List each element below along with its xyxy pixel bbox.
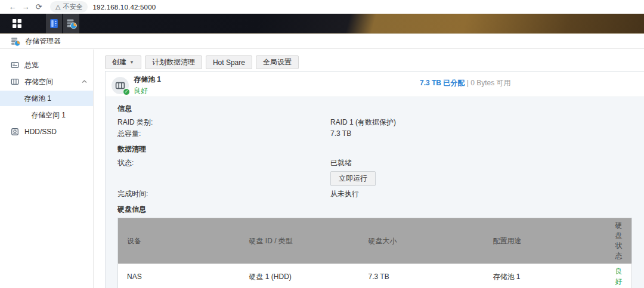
pool-usage-summary: 7.3 TB 已分配 | 0 Bytes 可用 [420, 78, 511, 88]
usage-separator: | [465, 79, 470, 87]
schedule-data-scrubbing-button[interactable]: 计划数据清理 [145, 55, 202, 69]
col-drive-id-type[interactable]: 硬盘 ID / 类型 [240, 218, 360, 264]
storage-pool-icon: ✓ [112, 77, 129, 94]
cell-device: NAS [118, 264, 240, 288]
drive-info-heading: 硬盘信息 [117, 205, 632, 215]
window-title: 存储管理器 [25, 36, 61, 47]
drive-row-1[interactable]: NAS 硬盘 1 (HDD) 7.3 TB 存储池 1 良好 [118, 264, 632, 288]
chevron-down-icon: ▼ [129, 60, 134, 65]
scrub-status-label: 状态: [117, 157, 330, 169]
raid-type-label: RAID 类别: [117, 117, 330, 128]
address-bar-url[interactable]: 192.168.10.42:5000 [92, 4, 156, 11]
main-menu-button[interactable] [0, 14, 33, 33]
chevron-up-icon[interactable] [82, 80, 87, 83]
pool-available: 0 Bytes 可用 [470, 79, 510, 87]
storage-icon [11, 78, 19, 86]
storage-manager-icon [10, 36, 20, 47]
app-grid-icon [12, 18, 22, 29]
pool-status: 良好 [134, 86, 161, 96]
sidebar: 总览 存储空间 存储池 1 存储空间 1 HDD/SSD [0, 49, 94, 288]
pool-allocated: 7.3 TB 已分配 [420, 79, 465, 87]
browser-forward-button[interactable]: → [19, 2, 32, 11]
scrubbing-section-heading: 数据清理 [117, 144, 632, 154]
window-titlebar: 存储管理器 [0, 34, 644, 49]
create-button[interactable]: 创建 ▼ [105, 55, 141, 69]
run-now-button[interactable]: 立即运行 [330, 171, 376, 186]
browser-back-button[interactable]: ← [6, 2, 19, 11]
pool-title: 存储池 1 [134, 75, 161, 85]
total-capacity-value: 7.3 TB [330, 128, 351, 140]
hot-spare-button[interactable]: Hot Spare [206, 55, 252, 69]
storage-pool-header[interactable]: ✓ 存储池 1 良好 7.3 TB 已分配 | 0 Bytes 可用 [106, 72, 644, 97]
sidebar-item-label: 存储空间 1 [31, 110, 93, 120]
main-content: 创建 ▼ 计划数据清理 Hot Spare 全局设置 ✓ 存储池 1 良好 [94, 49, 644, 288]
drive-table-header-row: 设备 硬盘 ID / 类型 硬盘大小 配置用途 硬盘状态 [118, 218, 632, 264]
col-device[interactable]: 设备 [118, 218, 240, 264]
nas-device-icon [48, 18, 60, 29]
scrub-status-value: 已就绪 [330, 157, 352, 169]
sidebar-item-label: 存储空间 [24, 77, 76, 87]
col-allocation[interactable]: 配置用途 [484, 218, 606, 264]
overview-icon [11, 61, 19, 69]
global-settings-button[interactable]: 全局设置 [256, 55, 299, 69]
sidebar-item-label: 总览 [24, 60, 93, 70]
storage-manager-icon [66, 18, 77, 29]
finish-time-value: 从未执行 [330, 188, 359, 200]
security-label: 不安全 [63, 2, 82, 11]
cell-drive-status: 良好 [606, 264, 632, 288]
taskbar-app-storage-manager[interactable] [63, 14, 79, 33]
create-button-label: 创建 [112, 57, 126, 67]
action-toolbar: 创建 ▼ 计划数据清理 Hot Spare 全局设置 [94, 49, 644, 69]
storage-pool-card: ✓ 存储池 1 良好 7.3 TB 已分配 | 0 Bytes 可用 信息 RA… [105, 71, 644, 288]
raid-type-value: RAID 1 (有数据保护) [330, 117, 396, 128]
site-security-badge[interactable]: △ 不安全 [50, 1, 88, 13]
sidebar-item-volume-1[interactable]: 存储空间 1 [0, 107, 93, 123]
sidebar-item-label: HDD/SSD [24, 128, 93, 136]
total-capacity-label: 总容量: [117, 128, 330, 140]
sidebar-item-storage-pool-1[interactable]: 存储池 1 [0, 91, 93, 106]
storage-pool-details: 信息 RAID 类别: RAID 1 (有数据保护) 总容量: 7.3 TB 数… [106, 97, 644, 288]
healthy-check-badge: ✓ [123, 88, 130, 95]
cell-allocation: 存储池 1 [484, 264, 606, 288]
col-drive-status[interactable]: 硬盘状态 [606, 218, 632, 264]
col-drive-size[interactable]: 硬盘大小 [360, 218, 484, 264]
browser-reload-button[interactable]: ⟳ [32, 2, 45, 11]
sidebar-item-overview[interactable]: 总览 [0, 57, 93, 73]
warning-triangle-icon: △ [55, 3, 60, 11]
drive-table: 设备 硬盘 ID / 类型 硬盘大小 配置用途 硬盘状态 NAS 硬盘 1 (H… [117, 218, 632, 288]
cell-drive-id: 硬盘 1 (HDD) [240, 264, 360, 288]
dsm-taskbar [0, 14, 644, 34]
cell-drive-size: 7.3 TB [360, 264, 484, 288]
taskbar-app-dsm-device[interactable] [46, 14, 62, 33]
sidebar-item-hdd-ssd[interactable]: HDD/SSD [0, 124, 93, 140]
finish-time-label: 完成时间: [117, 188, 330, 200]
info-section-heading: 信息 [117, 104, 632, 114]
browser-toolbar: ← → ⟳ △ 不安全 192.168.10.42:5000 [0, 0, 644, 14]
hdd-icon [11, 128, 19, 136]
sidebar-item-label: 存储池 1 [24, 94, 93, 104]
sidebar-item-storage[interactable]: 存储空间 [0, 74, 93, 89]
